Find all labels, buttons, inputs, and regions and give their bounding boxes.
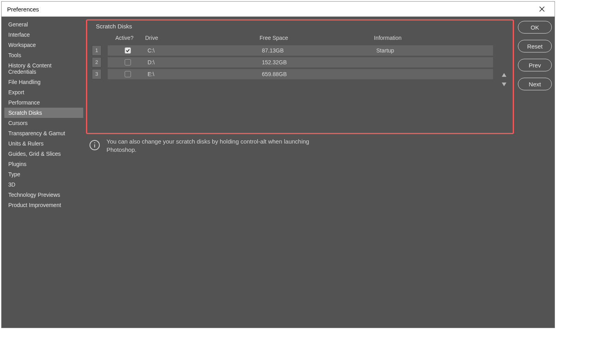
row-drive: D:\ bbox=[145, 57, 260, 67]
disks-table: Active? Drive Free Space Information 1C:… bbox=[92, 31, 495, 127]
row-active-cell bbox=[108, 69, 145, 79]
col-info: Information bbox=[374, 35, 495, 41]
sidebar-item-cursors[interactable]: Cursors bbox=[4, 118, 83, 128]
table-body: 1C:\87.13GBStartup2D:\152.32GB3E:\659.88… bbox=[92, 45, 495, 80]
row-info: Startup bbox=[374, 45, 493, 56]
active-checkbox[interactable] bbox=[125, 59, 131, 65]
row-drive: C:\ bbox=[145, 45, 260, 56]
sidebar-item-units-rulers[interactable]: Units & Rulers bbox=[4, 138, 83, 149]
sidebar-item-tools[interactable]: Tools bbox=[4, 50, 83, 60]
sidebar-item-transparency-gamut[interactable]: Transparency & Gamut bbox=[4, 128, 83, 138]
reset-button[interactable]: Reset bbox=[518, 40, 552, 52]
sidebar-item-plugins[interactable]: Plugins bbox=[4, 159, 83, 169]
row-info bbox=[374, 69, 493, 79]
table-row[interactable]: 3E:\659.88GB bbox=[92, 68, 495, 80]
table-row[interactable]: 1C:\87.13GBStartup bbox=[92, 45, 495, 56]
sidebar-item-export[interactable]: Export bbox=[4, 87, 83, 97]
prev-button[interactable]: Prev bbox=[518, 59, 552, 71]
row-index: 3 bbox=[92, 69, 101, 79]
col-drive: Drive bbox=[145, 35, 260, 41]
sidebar-item-3d[interactable]: 3D bbox=[4, 179, 83, 190]
main-area: Scratch Disks Active? Drive Free Space I… bbox=[86, 19, 552, 325]
row-info bbox=[374, 57, 493, 67]
hint-row: You can also change your scratch disks b… bbox=[86, 134, 514, 154]
window-title: Preferences bbox=[7, 6, 39, 13]
ok-button[interactable]: OK bbox=[518, 21, 552, 34]
sidebar-item-interface[interactable]: Interface bbox=[4, 30, 83, 40]
sidebar-item-general[interactable]: General bbox=[4, 19, 83, 30]
scratch-disks-panel: Scratch Disks Active? Drive Free Space I… bbox=[86, 19, 514, 134]
svg-point-5 bbox=[94, 142, 95, 143]
sidebar-item-technology-previews[interactable]: Technology Previews bbox=[4, 190, 83, 200]
dialog-buttons: OK Reset Prev Next bbox=[518, 19, 552, 325]
row-free: 152.32GB bbox=[260, 57, 374, 67]
sidebar-item-product-improvement[interactable]: Product Improvement bbox=[4, 200, 83, 210]
row-index: 1 bbox=[92, 45, 101, 56]
move-up-button[interactable] bbox=[501, 72, 508, 77]
next-button[interactable]: Next bbox=[518, 78, 552, 90]
titlebar: Preferences bbox=[2, 2, 555, 17]
active-checkbox[interactable] bbox=[125, 71, 131, 77]
dialog-body: GeneralInterfaceWorkspaceToolsHistory & … bbox=[2, 17, 555, 328]
content-area: Scratch Disks Active? Drive Free Space I… bbox=[86, 19, 514, 325]
sidebar-item-workspace[interactable]: Workspace bbox=[4, 40, 83, 50]
row-drive: E:\ bbox=[145, 69, 260, 79]
info-icon bbox=[88, 139, 101, 151]
sidebar-item-history-content-credentials[interactable]: History & Content Credentials bbox=[4, 60, 83, 77]
disks-table-wrap: Active? Drive Free Space Information 1C:… bbox=[89, 31, 511, 127]
row-active-cell bbox=[108, 57, 145, 67]
close-button[interactable] bbox=[534, 3, 550, 15]
table-header: Active? Drive Free Space Information bbox=[92, 31, 495, 45]
hint-text: You can also change your scratch disks b… bbox=[106, 137, 331, 154]
sidebar-item-guides-grid-slices[interactable]: Guides, Grid & Slices bbox=[4, 149, 83, 159]
svg-marker-2 bbox=[502, 73, 506, 77]
table-row[interactable]: 2D:\152.32GB bbox=[92, 56, 495, 68]
sidebar-item-performance[interactable]: Performance bbox=[4, 97, 83, 108]
row-active-cell bbox=[108, 45, 145, 56]
panel-title: Scratch Disks bbox=[89, 22, 511, 31]
row-free: 659.88GB bbox=[260, 69, 374, 79]
sidebar-item-file-handling[interactable]: File Handling bbox=[4, 77, 83, 87]
move-down-button[interactable] bbox=[501, 81, 508, 87]
col-active: Active? bbox=[108, 35, 145, 41]
sidebar-item-scratch-disks[interactable]: Scratch Disks bbox=[4, 108, 83, 118]
row-free: 87.13GB bbox=[260, 45, 374, 56]
sidebar-item-type[interactable]: Type bbox=[4, 169, 83, 179]
row-index: 2 bbox=[92, 57, 101, 67]
active-checkbox[interactable] bbox=[125, 47, 131, 54]
col-free: Free Space bbox=[260, 35, 374, 41]
sidebar: GeneralInterfaceWorkspaceToolsHistory & … bbox=[4, 19, 83, 325]
svg-marker-3 bbox=[502, 82, 506, 86]
table-reorder-controls bbox=[498, 31, 511, 127]
preferences-window: Preferences GeneralInterfaceWorkspaceToo… bbox=[1, 1, 555, 328]
